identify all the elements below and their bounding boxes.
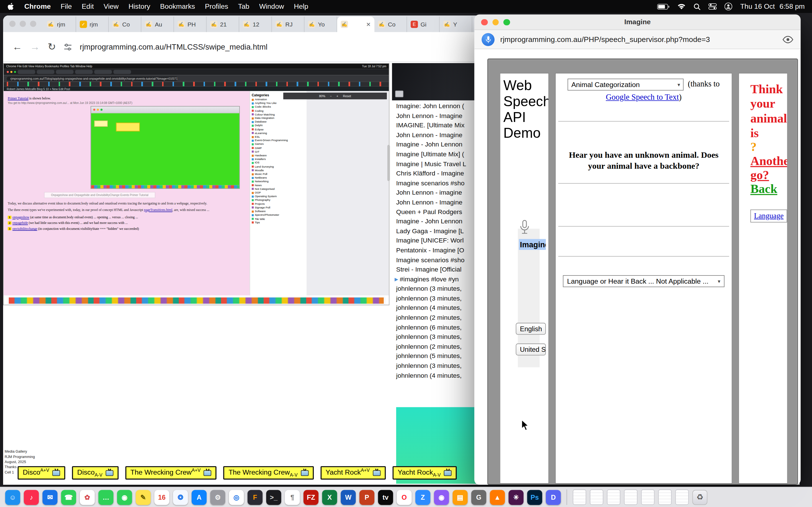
country-button[interactable]: United States bbox=[516, 344, 546, 355]
browser-tab-active[interactable]: ✍ ✕ bbox=[337, 17, 374, 32]
video-list-item[interactable]: Chris Kläfford - Imagine bbox=[392, 169, 478, 178]
dock-app-icon[interactable]: FZ bbox=[303, 490, 318, 504]
dock-app-icon[interactable]: ❂ bbox=[173, 490, 188, 504]
dock-app-icon[interactable]: >_ bbox=[266, 490, 281, 504]
menu-item[interactable]: Tab bbox=[238, 3, 249, 10]
dock-app-icon[interactable]: X bbox=[322, 490, 337, 504]
zoom-window-button[interactable] bbox=[503, 19, 510, 25]
dock-app-icon[interactable]: ✿ bbox=[80, 490, 95, 504]
video-list-item[interactable]: IMAGINE. [Ultimate Mix bbox=[392, 121, 478, 130]
dock-document-icon[interactable] bbox=[607, 490, 620, 505]
browser-tab[interactable]: ✍ Y bbox=[440, 17, 472, 32]
video-list-item[interactable]: Lady Gaga - Imagine [L bbox=[392, 226, 478, 236]
forward-icon[interactable]: → bbox=[30, 41, 40, 52]
browser-tab[interactable]: ✍ 21 bbox=[207, 17, 239, 32]
zoom-window-button[interactable] bbox=[30, 20, 36, 27]
close-window-button[interactable] bbox=[481, 19, 488, 25]
scrollbar-thumb[interactable] bbox=[388, 145, 390, 181]
video-list-item[interactable]: ▶ #imagines #love #yn bbox=[392, 275, 478, 284]
dock-app-icon[interactable]: Z bbox=[415, 490, 430, 504]
dock-document-icon[interactable] bbox=[624, 490, 638, 505]
reload-icon[interactable]: ↻ bbox=[48, 41, 56, 53]
media-gallery-button[interactable]: DiscoA-V bbox=[72, 466, 118, 480]
language-link[interactable]: Language bbox=[754, 212, 783, 220]
browser-tab[interactable]: ✓ rjm bbox=[76, 17, 109, 32]
menu-item[interactable]: File bbox=[61, 3, 72, 10]
minimize-window-button[interactable] bbox=[20, 20, 26, 27]
dock-app-icon[interactable]: ✳ bbox=[509, 490, 523, 504]
dock-app-icon[interactable]: … bbox=[98, 490, 113, 504]
video-list-item[interactable]: johnlennon (5 minutes, bbox=[392, 351, 478, 361]
dock-app-icon[interactable]: ▤ bbox=[453, 490, 467, 504]
dock-app-icon[interactable]: ◉ bbox=[117, 490, 132, 504]
dock-app-icon[interactable]: ⚙ bbox=[210, 490, 225, 504]
control-center-icon[interactable] bbox=[709, 3, 717, 10]
back-link[interactable]: Back bbox=[750, 182, 777, 196]
video-list-item[interactable]: johnlennon (2 minutes, bbox=[392, 313, 478, 323]
language-button[interactable]: English bbox=[516, 323, 546, 335]
video-list-item[interactable]: johnlennon (6 minutes, bbox=[392, 323, 478, 332]
language-select[interactable]: Language or Hear it Back ... Not Applica… bbox=[563, 275, 725, 287]
dock-document-icon[interactable] bbox=[573, 490, 586, 505]
browser-tab[interactable]: ✍ Co bbox=[374, 17, 407, 32]
another-go-link[interactable]: Another go? bbox=[750, 154, 788, 182]
menu-item[interactable]: Bookmarks bbox=[160, 3, 195, 10]
dock-app-icon[interactable]: ✎ bbox=[136, 490, 151, 504]
media-gallery-button[interactable]: The Wrecking CrewA+V bbox=[125, 466, 216, 480]
dock-app-icon[interactable]: ♪ bbox=[24, 490, 39, 504]
video-list-item[interactable]: Imagine | Music Travel L bbox=[392, 159, 478, 169]
video-list-item[interactable]: John Lennon - Imagine bbox=[392, 130, 478, 140]
back-icon[interactable]: ← bbox=[12, 41, 22, 52]
video-list-item[interactable]: johnlennon (3 minutes, bbox=[392, 332, 478, 342]
dock-app-icon[interactable]: ✉ bbox=[43, 490, 57, 504]
media-gallery-button[interactable]: Yacht RockA-V bbox=[393, 466, 457, 480]
site-settings-icon[interactable] bbox=[64, 43, 72, 51]
dock-app-icon[interactable]: ☎ bbox=[61, 490, 76, 504]
video-list-item[interactable]: Pentatonix - Imagine [O bbox=[392, 245, 478, 255]
close-window-button[interactable] bbox=[9, 20, 15, 27]
menu-item[interactable]: Edit bbox=[82, 3, 94, 10]
tab-close-icon[interactable]: ✕ bbox=[366, 21, 371, 27]
media-gallery-button[interactable]: The Wrecking CrewA-V bbox=[223, 466, 313, 480]
dock-app-icon[interactable]: ◎ bbox=[229, 490, 244, 504]
video-list-item[interactable]: johnlennon (2 minutes, bbox=[392, 342, 478, 351]
user-icon[interactable] bbox=[725, 3, 732, 10]
active-app-name[interactable]: Chrome bbox=[24, 3, 51, 10]
browser-tab[interactable]: E Gi bbox=[407, 17, 440, 32]
video-list-item[interactable]: Imagine - John Lennon bbox=[392, 217, 478, 226]
search-icon[interactable] bbox=[694, 3, 701, 10]
video-list-item[interactable]: Strei - Imagine [Official bbox=[392, 265, 478, 275]
media-gallery-button[interactable]: Yacht RockA+V bbox=[320, 466, 386, 480]
video-list-item[interactable]: Imagine: John Lennon ( bbox=[392, 101, 478, 111]
browser-tab[interactable]: ✍ Au bbox=[141, 17, 174, 32]
dock-document-icon[interactable] bbox=[590, 490, 603, 505]
menu-item[interactable]: History bbox=[129, 3, 150, 10]
browser-tab[interactable]: ✍ Co bbox=[109, 17, 142, 32]
video-list-item[interactable]: johnlennon (3 minutes, bbox=[392, 361, 478, 371]
browser-tab[interactable]: ✍ PH bbox=[174, 17, 207, 32]
wifi-icon[interactable] bbox=[677, 3, 686, 10]
microphone-icon[interactable] bbox=[481, 33, 495, 46]
media-gallery-button[interactable]: DiscoA+V bbox=[17, 466, 65, 480]
category-select[interactable]: Animal Categorization ▾ bbox=[568, 78, 684, 91]
minimize-window-button[interactable] bbox=[492, 19, 499, 25]
video-list-item[interactable]: Imagine scenarios #sho bbox=[392, 255, 478, 265]
dock-app-icon[interactable]: P bbox=[359, 490, 374, 504]
dock-app-icon[interactable]: W bbox=[341, 490, 356, 504]
dock-app-icon[interactable]: G bbox=[471, 490, 486, 504]
dock-app-icon[interactable]: tv bbox=[378, 490, 393, 504]
google-speech-link[interactable]: Google Speech to Text bbox=[606, 93, 679, 101]
video-list-item[interactable]: John Lennon - imagine bbox=[392, 188, 478, 198]
dock-app-icon[interactable]: O bbox=[397, 490, 412, 504]
microphone-icon[interactable] bbox=[518, 219, 530, 237]
address-bar[interactable]: rjmprogramming.com.au/HTMLCSS/swipe_medi… bbox=[80, 43, 267, 51]
browser-tab[interactable]: ✍ 12 bbox=[239, 17, 272, 32]
dock-app-icon[interactable]: ¶ bbox=[285, 490, 300, 504]
video-list-item[interactable]: Imagine [UNICEF: Worl bbox=[392, 236, 478, 245]
video-list-item[interactable]: Imagine - John Lennon bbox=[392, 140, 478, 150]
apple-menu-icon[interactable] bbox=[7, 2, 15, 10]
selected-list-item[interactable]: Imagine bbox=[519, 239, 546, 250]
browser-tab[interactable]: ✍ Yo bbox=[305, 17, 337, 32]
video-list-item[interactable]: johnlennon (4 minutes, bbox=[392, 371, 478, 380]
dock-app-icon[interactable]: A bbox=[192, 490, 207, 504]
